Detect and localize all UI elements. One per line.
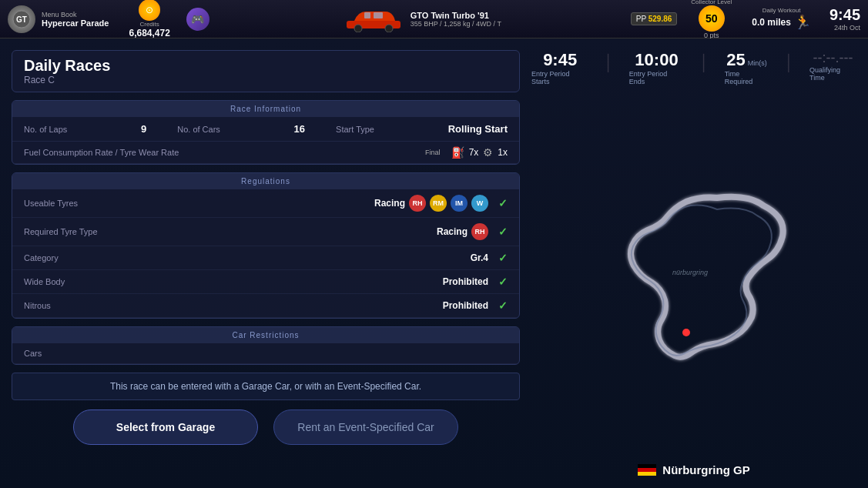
regulations-box: Regulations Useable Tyres Racing RH RM I… xyxy=(12,172,520,319)
profile-icon[interactable]: 🎮 xyxy=(186,8,209,31)
wide-body-row: Wide Body Prohibited ✓ xyxy=(12,270,519,294)
required-tyre-badge: RH xyxy=(471,223,488,240)
pp-value: 529.86 xyxy=(648,15,672,23)
time-required-unit: Min(s) xyxy=(748,59,767,67)
date-display: 24th Oct xyxy=(834,24,860,32)
svg-point-3 xyxy=(354,25,362,32)
track-map: nürburgring xyxy=(531,93,856,456)
fuel-icon: ⛽ xyxy=(451,146,464,159)
useable-tyres-row: Useable Tyres Racing RH RM IM W ✓ xyxy=(12,189,519,218)
nitrous-value: Prohibited ✓ xyxy=(443,299,508,312)
regulations-header: Regulations xyxy=(12,173,519,189)
race-title: Daily Races xyxy=(24,57,508,75)
fuel-row: Fuel Consumption Rate / Tyre Wear Rate F… xyxy=(12,142,519,164)
german-flag xyxy=(638,464,656,476)
car-restrictions-header: Car Restrictions xyxy=(12,327,519,343)
wide-body-label: Wide Body xyxy=(24,277,65,286)
cars-label: No. of Cars xyxy=(177,125,220,134)
car-name: GTO Twin Turbo '91 xyxy=(411,11,501,20)
time-required-block: 25 Min(s) Time Required xyxy=(725,50,769,85)
gt-logo: GT xyxy=(8,5,35,33)
laps-row: No. of Laps 9 No. of Cars 16 Start Type … xyxy=(12,117,519,142)
collector-label: Collector Level xyxy=(691,0,732,5)
nitrous-label: Nitrous xyxy=(24,301,51,310)
svg-rect-5 xyxy=(364,12,370,18)
time-required-label: Time Required xyxy=(725,70,769,85)
required-tyre-value: Racing RH ✓ xyxy=(437,223,508,240)
entry-starts-label: Entry Period Starts xyxy=(531,70,588,85)
collector-level-badge: 50 xyxy=(699,5,725,32)
time-section: 9:45 24th Oct xyxy=(829,6,860,32)
category-row: Category Gr.4 ✓ xyxy=(12,246,519,270)
car-info: GTO Twin Turbo '91 355 BHP / 1,258 kg / … xyxy=(220,5,625,32)
menu-value: Hypercar Parade xyxy=(42,18,109,28)
credits-value: 6,684,472 xyxy=(129,28,169,38)
time-required-value: 25 xyxy=(726,50,745,70)
runner-icon: 🏃 xyxy=(794,14,811,31)
time-divider2: │ xyxy=(699,54,709,85)
entry-starts-value: 9:45 xyxy=(543,50,577,70)
useable-tyres-text: Racing xyxy=(374,198,405,209)
svg-text:GT: GT xyxy=(16,15,27,24)
start-label: Start Type xyxy=(336,125,374,134)
required-tyre-text: Racing xyxy=(437,226,468,237)
qualifying-value: --:--.--- xyxy=(813,50,853,66)
nitrous-row: Nitrous Prohibited ✓ xyxy=(12,294,519,318)
cars-restriction-row: Cars xyxy=(12,343,519,364)
tyre-im-badge: IM xyxy=(451,195,468,212)
left-panel: Daily Races Race C Race Information No. … xyxy=(12,50,520,476)
entry-notice: This race can be entered with a Garage C… xyxy=(12,373,520,400)
min-badge: 25 Min(s) xyxy=(726,50,766,70)
right-panel: 9:45 Entry Period Starts │ 10:00 Entry P… xyxy=(531,50,856,476)
category-value: Gr.4 ✓ xyxy=(471,252,508,264)
action-buttons: Select from Garage Rent an Event-Specifi… xyxy=(12,409,520,445)
required-tyre-check: ✓ xyxy=(498,226,508,238)
svg-point-4 xyxy=(385,25,393,32)
required-tyre-label: Required Tyre Type xyxy=(24,227,98,236)
workout-value: 0.0 miles xyxy=(752,17,791,28)
workout-section: Daily Workout 0.0 miles 🏃 xyxy=(752,7,811,31)
category-text: Gr.4 xyxy=(471,252,488,263)
tyre-rm-badge: RM xyxy=(430,195,447,212)
workout-label: Daily Workout xyxy=(762,7,801,14)
tyre-rh-badge: RH xyxy=(409,195,426,212)
pp-badge: PP 529.86 xyxy=(631,12,678,25)
track-name: Nürburgring GP xyxy=(662,463,749,476)
collector-level: 50 xyxy=(705,12,718,25)
pp-label: PP xyxy=(636,15,646,23)
collector-section: Collector Level 50 0 pts xyxy=(691,0,732,39)
time-divider3: │ xyxy=(784,54,794,85)
entry-ends-block: 10:00 Entry Period Ends xyxy=(629,50,684,85)
credits-section: ⊙ Credits 6,684,472 xyxy=(129,0,169,38)
rent-event-button[interactable]: Rent an Event-Specified Car xyxy=(273,409,458,445)
qualifying-label: Qualifying Time xyxy=(809,66,856,82)
laps-label: No. of Laps xyxy=(24,125,67,134)
fuel-value: 7x xyxy=(469,147,479,158)
race-info-box: Race Information No. of Laps 9 No. of Ca… xyxy=(12,100,520,165)
track-name-row: Nürburgring GP xyxy=(638,463,749,476)
laps-value: 9 xyxy=(141,123,146,135)
cars-restriction-label: Cars xyxy=(24,349,42,358)
select-garage-button[interactable]: Select from Garage xyxy=(73,409,258,445)
tyre-w-badge: W xyxy=(471,195,488,212)
main-content: Daily Races Race C Race Information No. … xyxy=(0,38,868,488)
wide-body-text: Prohibited xyxy=(443,276,488,287)
top-bar: GT Menu Book Hypercar Parade ⊙ Credits 6… xyxy=(0,0,868,38)
useable-tyres-check: ✓ xyxy=(498,197,508,209)
svg-point-7 xyxy=(682,329,690,336)
nitrous-text: Prohibited xyxy=(443,300,488,311)
useable-tyres-label: Useable Tyres xyxy=(24,199,78,208)
race-info-header: Race Information xyxy=(12,101,519,117)
car-restrictions-box: Car Restrictions Cars xyxy=(12,326,520,365)
fuel-icons: Final ⛽ 7x ⚙ 1x xyxy=(425,146,508,159)
entry-starts-block: 9:45 Entry Period Starts xyxy=(531,50,588,85)
menu-label: Menu Book xyxy=(42,11,109,18)
race-subtitle: Race C xyxy=(24,75,508,85)
wear-value: 1x xyxy=(498,147,508,158)
svg-text:nürburgring: nürburgring xyxy=(672,269,708,276)
time-info-row: 9:45 Entry Period Starts │ 10:00 Entry P… xyxy=(531,50,856,85)
category-label: Category xyxy=(24,253,59,262)
credits-icon: ⊙ xyxy=(139,0,160,21)
wide-body-value: Prohibited ✓ xyxy=(443,276,508,288)
entry-ends-value: 10:00 xyxy=(635,50,678,70)
